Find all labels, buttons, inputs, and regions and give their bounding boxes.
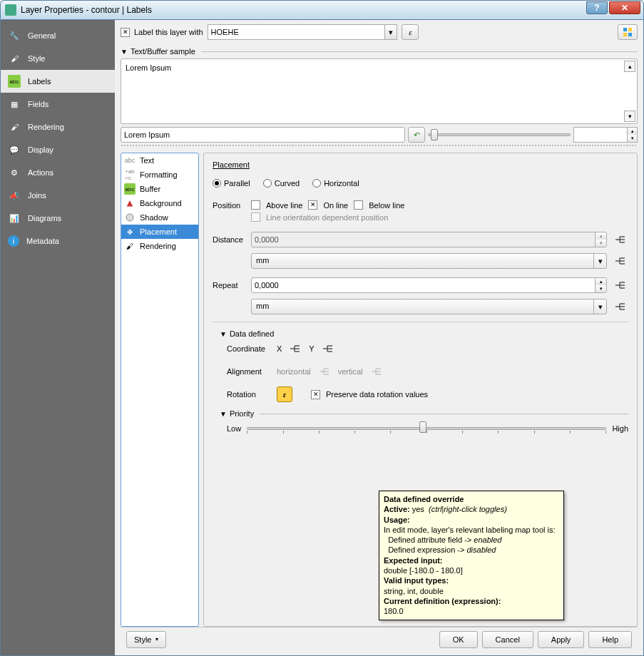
rendering-icon: 🖌 [8, 121, 21, 133]
preserve-rotation-checkbox[interactable] [311, 390, 320, 399]
orientation-checkbox[interactable] [251, 212, 260, 222]
sidebar-item-diagrams[interactable]: 📊Diagrams [1, 207, 115, 230]
repeat-unit-combo[interactable]: mm▾ [251, 299, 607, 314]
wrench-icon: 🔧 [8, 29, 21, 42]
diagrams-icon: 📊 [8, 212, 21, 225]
sidebar-item-rendering[interactable]: 🖌Rendering [1, 116, 115, 138]
distance-label: Distance [213, 235, 245, 244]
cancel-button[interactable]: Cancel [482, 631, 533, 648]
sidebar-item-display[interactable]: 💬Display [1, 138, 115, 161]
sample-size-spinbox[interactable]: ▴▾ [573, 127, 638, 143]
background-icon [124, 198, 136, 209]
radio-horizontal[interactable]: Horizontal [312, 179, 359, 188]
sublist-placement[interactable]: ✥Placement [121, 225, 198, 239]
sidebar-item-joins[interactable]: 📣Joins [1, 184, 115, 207]
label-sublist: abcText +ab<cFormatting abcBuffer Backgr… [121, 153, 199, 627]
undo-icon: ↶ [414, 130, 420, 140]
label-field-combo[interactable]: ▾ [208, 24, 398, 40]
joins-icon: 📣 [8, 189, 21, 202]
brush-icon: 🖌 [8, 52, 21, 65]
svg-rect-3 [628, 33, 632, 36]
sidebar-item-fields[interactable]: ▦Fields [1, 93, 115, 116]
svg-point-4 [126, 214, 133, 221]
distance-unit-combo[interactable]: mm▾ [251, 253, 607, 269]
data-defined-tooltip: Data defined override Active: yes (ctrl|… [379, 491, 564, 620]
coord-y-override-button[interactable] [320, 341, 336, 357]
category-sidebar: 🔧General 🖌Style abcLabels ▦Fields 🖌Rende… [1, 20, 115, 655]
dialog-button-bar: Style▾ OK Cancel Apply Help [121, 627, 638, 651]
metadata-icon: i [8, 235, 19, 247]
align-h-override-button[interactable] [317, 364, 332, 379]
sample-reset-button[interactable]: ↶ [408, 127, 425, 143]
repeat-spinbox[interactable]: ▴▾ [251, 277, 607, 293]
radio-parallel[interactable]: Parallel [213, 179, 250, 188]
label-layer-text: Label this layer with [134, 28, 203, 36]
help-button[interactable]: Help [588, 631, 632, 648]
labels-icon: abc [8, 75, 21, 88]
sample-size-slider[interactable] [428, 127, 571, 143]
priority-header[interactable]: ▼ Priority [220, 409, 628, 418]
sidebar-item-general[interactable]: 🔧General [1, 24, 115, 47]
sublist-text[interactable]: abcText [121, 153, 198, 168]
position-label: Position [213, 201, 245, 210]
radio-curved[interactable]: Curved [263, 179, 300, 188]
sidebar-item-style[interactable]: 🖌Style [1, 47, 115, 70]
expression-button[interactable]: ε [402, 24, 419, 40]
label-layer-checkbox[interactable] [121, 28, 130, 37]
ok-button[interactable]: OK [439, 631, 478, 648]
actions-icon: ⚙ [8, 166, 21, 179]
buffer-icon: abc [124, 183, 136, 195]
sublist-formatting[interactable]: +ab<cFormatting [121, 168, 198, 182]
sample-text-input[interactable] [121, 127, 405, 143]
apply-button[interactable]: Apply [538, 631, 585, 648]
distance-unit-override-button[interactable] [613, 253, 628, 269]
slider-thumb[interactable] [431, 129, 438, 140]
fields-icon: ▦ [8, 98, 21, 111]
label-field-input[interactable] [208, 24, 385, 40]
sidebar-item-labels[interactable]: abcLabels [1, 70, 115, 93]
chevron-down-icon: ▼ [220, 410, 227, 418]
spin-up[interactable]: ▴ [628, 128, 637, 135]
engine-gear-icon [622, 26, 633, 38]
label-field-dropdown[interactable]: ▾ [384, 24, 397, 40]
placement-title: Placement [213, 160, 628, 169]
sublist-background[interactable]: Background [121, 196, 198, 210]
sidebar-item-actions[interactable]: ⚙Actions [1, 161, 115, 184]
on-line-checkbox[interactable] [308, 200, 317, 210]
above-line-checkbox[interactable] [251, 200, 260, 210]
sample-collapse-header[interactable]: ▼ Text/Buffer sample [121, 47, 638, 56]
sidebar-item-metadata[interactable]: iMetadata [1, 230, 115, 252]
style-menu-button[interactable]: Style▾ [126, 631, 166, 648]
chevron-down-icon: ▼ [121, 48, 128, 56]
window-title: Layer Properties - contour | Labels [21, 5, 152, 15]
repeat-label: Repeat [213, 281, 245, 289]
align-v-override-button[interactable] [369, 364, 384, 379]
sublist-rendering[interactable]: 🖌Rendering [121, 239, 198, 253]
distance-spinbox[interactable]: ▴▾ [251, 232, 607, 247]
distance-override-button[interactable] [613, 232, 628, 247]
below-line-checkbox[interactable] [354, 200, 363, 210]
rendering-sub-icon: 🖌 [124, 240, 136, 252]
svg-rect-0 [623, 28, 627, 31]
rotation-override-button[interactable]: ε [277, 386, 292, 402]
data-defined-header[interactable]: ▼ Data defined [220, 329, 628, 338]
sample-scroll-down[interactable]: ▾ [624, 111, 635, 122]
shadow-icon [124, 212, 136, 223]
sublist-shadow[interactable]: Shadow [121, 210, 198, 225]
chevron-down-icon: ▼ [220, 330, 227, 338]
sample-preview: Lorem Ipsum ▴ ▾ [121, 58, 638, 124]
text-icon: abc [124, 155, 136, 166]
svg-rect-2 [623, 33, 627, 36]
sample-scroll-up[interactable]: ▴ [624, 61, 635, 72]
app-icon [5, 4, 16, 16]
window-help-button[interactable]: ? [586, 1, 608, 14]
spin-down[interactable]: ▾ [628, 135, 637, 142]
svg-rect-1 [628, 28, 632, 31]
window-close-button[interactable]: ✕ [609, 1, 640, 14]
priority-slider[interactable] [247, 421, 606, 436]
sublist-buffer[interactable]: abcBuffer [121, 182, 198, 196]
repeat-unit-override-button[interactable] [613, 299, 628, 314]
engine-settings-button[interactable] [618, 24, 638, 40]
coord-x-override-button[interactable] [287, 341, 303, 357]
repeat-override-button[interactable] [613, 277, 628, 293]
